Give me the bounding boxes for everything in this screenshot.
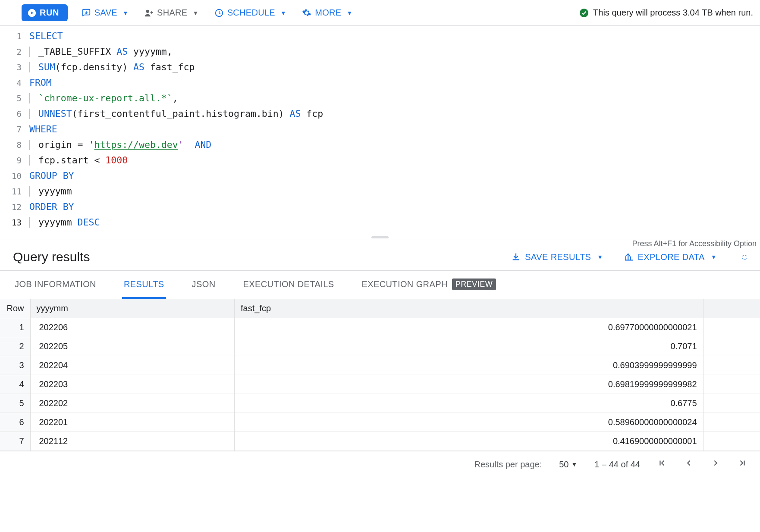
code-content: UNNEST(first_contentful_paint.histogram.… bbox=[29, 106, 323, 122]
run-button[interactable]: RUN bbox=[22, 4, 68, 21]
save-button[interactable]: SAVE ▼ bbox=[80, 5, 130, 20]
code-token: UNNEST bbox=[38, 106, 72, 122]
cell-row: 7 bbox=[0, 432, 30, 451]
cell-filler bbox=[703, 356, 760, 375]
table-row[interactable]: 52022020.6775 bbox=[0, 394, 760, 413]
table-row[interactable]: 42022030.69819999999999982 bbox=[0, 375, 760, 394]
run-label: RUN bbox=[40, 8, 59, 18]
line-number: 11 bbox=[0, 184, 29, 199]
share-button[interactable]: SHARE ▼ bbox=[142, 5, 201, 20]
indent-guide bbox=[29, 62, 30, 72]
code-token: DESC bbox=[78, 215, 100, 230]
expand-toggle[interactable]: ︿ ﹀ bbox=[738, 252, 748, 262]
col-row[interactable]: Row bbox=[0, 299, 30, 318]
col-yyyymm[interactable]: yyyymm bbox=[30, 299, 235, 318]
caret-down-icon: ▼ bbox=[571, 461, 577, 468]
last-page-icon[interactable] bbox=[738, 458, 747, 470]
cell-filler bbox=[703, 318, 760, 337]
code-content: GROUP BY bbox=[29, 168, 74, 184]
code-token: (first_contentful_paint.histogram.bin) bbox=[72, 106, 290, 122]
col-filler bbox=[703, 299, 760, 318]
cell-yyyymm: 202204 bbox=[30, 356, 235, 375]
cell-yyyymm: 202205 bbox=[30, 337, 235, 356]
line-number: 1 bbox=[0, 28, 29, 44]
cell-fast-fcp: 0.69770000000000021 bbox=[235, 318, 703, 337]
svg-point-1 bbox=[146, 9, 149, 13]
code-token: ORDER BY bbox=[29, 199, 74, 215]
tab-results[interactable]: RESULTS bbox=[122, 271, 166, 299]
explore-data-label: EXPLORE DATA bbox=[638, 252, 705, 262]
code-content: origin = 'https://web.dev' AND bbox=[29, 137, 211, 153]
cell-yyyymm: 202201 bbox=[30, 413, 235, 432]
cell-row: 5 bbox=[0, 394, 30, 413]
save-icon bbox=[82, 8, 91, 18]
next-page-icon[interactable] bbox=[711, 458, 720, 470]
code-content: yyyymm DESC bbox=[29, 215, 100, 230]
results-tabs: JOB INFORMATIONRESULTSJSONEXECUTION DETA… bbox=[0, 270, 760, 299]
results-title: Query results bbox=[13, 250, 90, 264]
code-content: SELECT bbox=[29, 28, 63, 44]
code-token: fcp bbox=[301, 106, 323, 122]
tab-json[interactable]: JSON bbox=[190, 271, 217, 299]
editor-line: 6UNNEST(first_contentful_paint.histogram… bbox=[0, 106, 760, 122]
first-page-icon[interactable] bbox=[657, 458, 667, 470]
toolbar: RUN SAVE ▼ SHARE ▼ SCHEDULE ▼ MORE ▼ Thi… bbox=[0, 0, 760, 26]
preview-badge: PREVIEW bbox=[452, 279, 496, 290]
table-row[interactable]: 32022040.6903999999999999 bbox=[0, 356, 760, 375]
per-page-select[interactable]: 50 ▼ bbox=[559, 460, 577, 469]
indent-guide bbox=[29, 186, 30, 197]
code-token: fast_fcp bbox=[144, 59, 195, 75]
table-header-row: Rowyyyymmfast_fcp bbox=[0, 299, 760, 318]
prev-page-icon[interactable] bbox=[684, 458, 694, 470]
editor-line: 13yyyymm DESC bbox=[0, 215, 760, 230]
cell-fast-fcp: 0.7071 bbox=[235, 337, 703, 356]
play-icon bbox=[28, 9, 36, 17]
check-circle-icon bbox=[579, 8, 589, 18]
code-token: `chrome-ux-report.all.*` bbox=[38, 91, 173, 106]
editor-line: 2_TABLE_SUFFIX AS yyyymm, bbox=[0, 44, 760, 59]
explore-data-button[interactable]: EXPLORE DATA ▼ bbox=[624, 252, 717, 262]
caret-down-icon: ▼ bbox=[122, 9, 129, 16]
caret-down-icon: ▼ bbox=[193, 9, 199, 16]
save-results-button[interactable]: SAVE RESULTS ▼ bbox=[511, 252, 603, 262]
code-content: _TABLE_SUFFIX AS yyyymm, bbox=[29, 44, 173, 59]
per-page-label: Results per page: bbox=[474, 460, 542, 469]
pagination: Results per page: 50 ▼ 1 – 44 of 44 bbox=[0, 451, 760, 477]
col-fast_fcp[interactable]: fast_fcp bbox=[235, 299, 703, 318]
editor-line: 12ORDER BY bbox=[0, 199, 760, 215]
code-content: fcp.start < 1000 bbox=[29, 153, 128, 168]
line-number: 2 bbox=[0, 44, 29, 59]
tab-execution-details[interactable]: EXECUTION DETAILS bbox=[241, 271, 336, 299]
code-token: https://web.dev bbox=[94, 137, 178, 153]
table-row[interactable]: 72021120.4169000000000001 bbox=[0, 432, 760, 451]
sql-editor[interactable]: 1SELECT2_TABLE_SUFFIX AS yyyymm,3SUM(fcp… bbox=[0, 26, 760, 235]
code-token: AND bbox=[195, 137, 211, 153]
code-token: 1000 bbox=[105, 153, 128, 168]
cell-yyyymm: 202202 bbox=[30, 394, 235, 413]
indent-guide bbox=[29, 93, 30, 103]
table-row[interactable]: 62022010.58960000000000024 bbox=[0, 413, 760, 432]
page-range: 1 – 44 of 44 bbox=[594, 460, 640, 469]
tab-label: EXECUTION DETAILS bbox=[243, 279, 334, 289]
indent-guide bbox=[29, 217, 30, 228]
code-token: yyyymm bbox=[38, 184, 72, 199]
tab-label: EXECUTION GRAPH bbox=[361, 279, 447, 289]
cell-fast-fcp: 0.4169000000000001 bbox=[235, 432, 703, 451]
results-table-wrap: Rowyyyymmfast_fcp12022060.69770000000000… bbox=[0, 299, 760, 451]
more-button[interactable]: MORE ▼ bbox=[300, 5, 354, 20]
editor-line: 7WHERE bbox=[0, 122, 760, 137]
tab-label: RESULTS bbox=[124, 279, 164, 289]
code-token: WHERE bbox=[29, 122, 57, 137]
tab-job-information[interactable]: JOB INFORMATION bbox=[13, 271, 98, 299]
table-row[interactable]: 12022060.69770000000000021 bbox=[0, 318, 760, 337]
tab-execution-graph[interactable]: EXECUTION GRAPHPREVIEW bbox=[360, 271, 498, 299]
table-row[interactable]: 22022050.7071 bbox=[0, 337, 760, 356]
line-number: 9 bbox=[0, 153, 29, 168]
code-token: origin = bbox=[38, 137, 89, 153]
code-token: FROM bbox=[29, 75, 52, 91]
editor-line: 4FROM bbox=[0, 75, 760, 91]
cell-fast-fcp: 0.6903999999999999 bbox=[235, 356, 703, 375]
code-token: SUM bbox=[38, 59, 55, 75]
schedule-button[interactable]: SCHEDULE ▼ bbox=[213, 5, 289, 20]
caret-down-icon: ▼ bbox=[346, 9, 352, 16]
